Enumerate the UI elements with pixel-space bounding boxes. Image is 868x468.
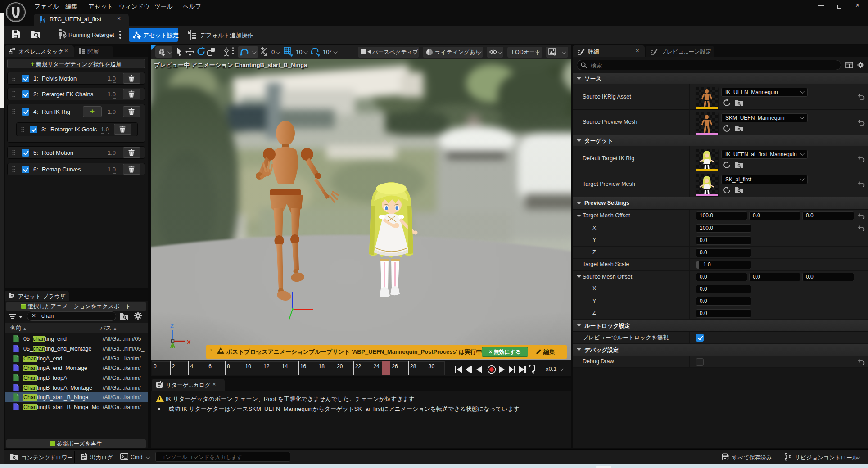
svg-text:X: X bbox=[187, 339, 191, 346]
svg-text:Z: Z bbox=[170, 323, 174, 329]
